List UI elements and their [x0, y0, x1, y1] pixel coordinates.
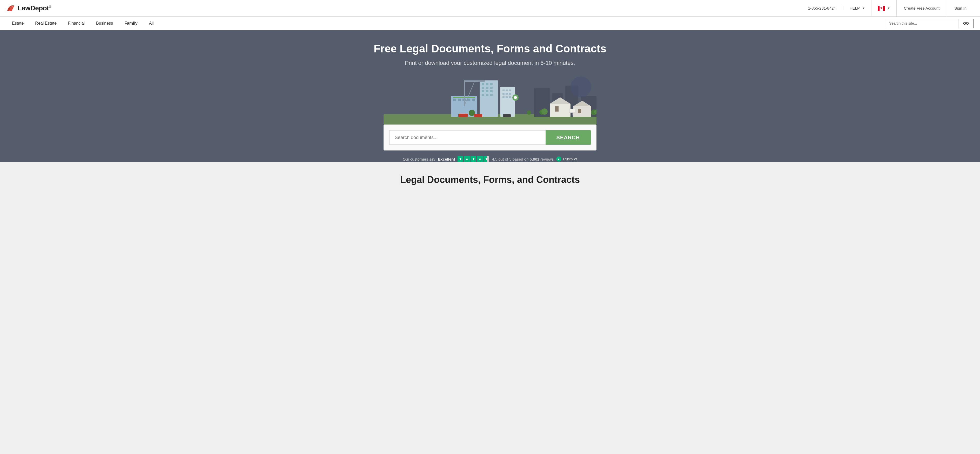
help-button[interactable]: HELP ▼	[843, 0, 872, 17]
hero-search-button[interactable]: SEARCH	[546, 130, 591, 145]
svg-rect-54	[474, 114, 482, 117]
trustpilot-rating: 4.5 out of 5 based on 5,801 reviews	[492, 157, 554, 161]
star-5-half: ★	[484, 156, 489, 162]
hero-search-input[interactable]	[389, 130, 546, 145]
chevron-down-icon: ▼	[862, 7, 865, 10]
svg-rect-11	[486, 83, 488, 85]
svg-rect-34	[458, 98, 461, 101]
svg-rect-20	[486, 94, 488, 96]
svg-rect-33	[453, 98, 456, 101]
logo-text: LawDepot®	[18, 4, 51, 12]
svg-rect-26	[503, 93, 504, 95]
trustpilot-prefix: Our customers say	[403, 157, 436, 161]
svg-rect-30	[506, 96, 508, 98]
star-3: ★	[471, 156, 476, 162]
nav-search-input[interactable]	[886, 19, 958, 28]
svg-rect-16	[482, 90, 484, 92]
svg-rect-14	[486, 87, 488, 89]
nav-item-family[interactable]: Family	[119, 17, 143, 30]
nav-bar: Estate Real Estate Financial Business Fa…	[0, 17, 980, 30]
svg-rect-2	[883, 6, 885, 11]
svg-rect-23	[503, 89, 504, 91]
svg-rect-56	[464, 81, 465, 106]
svg-rect-39	[550, 104, 571, 117]
hero-title: Free Legal Documents, Forms and Contract…	[374, 43, 606, 55]
nav-go-button[interactable]: GO	[958, 19, 974, 28]
logo-area: LawDepot®	[6, 4, 801, 13]
search-section: SEARCH	[383, 124, 597, 151]
svg-point-49	[541, 108, 548, 115]
svg-rect-45	[570, 109, 575, 113]
phone-number: 1-855-231-8424	[801, 6, 843, 10]
country-selector[interactable]: ▼	[872, 0, 897, 17]
svg-rect-13	[482, 87, 484, 89]
hero-subtitle: Print or download your customized legal …	[405, 60, 575, 67]
create-account-button[interactable]: Create Free Account	[897, 0, 947, 17]
svg-rect-42	[573, 106, 591, 117]
svg-rect-10	[482, 83, 484, 85]
star-4: ★	[477, 156, 483, 162]
sign-in-button[interactable]: Sign In	[947, 0, 974, 17]
nav-item-estate[interactable]: Estate	[6, 17, 29, 30]
nav-item-financial[interactable]: Financial	[62, 17, 91, 30]
nav-item-all[interactable]: All	[143, 17, 159, 30]
svg-rect-9	[480, 81, 498, 117]
svg-rect-21	[490, 94, 493, 96]
trustpilot-icon: ★	[556, 156, 562, 162]
trustpilot-stars: ★ ★ ★ ★ ★	[458, 156, 489, 162]
nav-search-area: GO	[886, 19, 974, 28]
trustpilot-logo: ★ Trustpilot	[556, 156, 577, 162]
svg-rect-24	[506, 89, 508, 91]
chevron-down-icon: ▼	[888, 7, 890, 10]
svg-rect-27	[506, 93, 508, 95]
svg-rect-53	[458, 114, 468, 117]
top-right-area: 1-855-231-8424 HELP ▼ ▼ Create Free Acco…	[801, 0, 974, 17]
svg-rect-41	[555, 106, 558, 111]
svg-rect-25	[509, 89, 511, 91]
svg-rect-29	[503, 96, 504, 98]
svg-rect-57	[464, 81, 485, 82]
trustpilot-bar: Our customers say Excellent ★ ★ ★ ★ ★ 4.…	[403, 156, 578, 162]
svg-rect-18	[490, 90, 493, 92]
canada-flag-icon	[878, 6, 885, 11]
svg-rect-17	[486, 90, 488, 92]
star-1: ★	[458, 156, 463, 162]
svg-rect-61	[514, 97, 517, 98]
nav-item-real-estate[interactable]: Real Estate	[29, 17, 62, 30]
svg-rect-1	[878, 6, 880, 11]
lower-section: Legal Documents, Forms, and Contracts	[0, 162, 980, 190]
svg-rect-19	[482, 94, 484, 96]
svg-rect-31	[509, 96, 511, 98]
svg-rect-55	[503, 114, 511, 117]
lower-title: Legal Documents, Forms, and Contracts	[21, 174, 959, 185]
nav-links: Estate Real Estate Financial Business Fa…	[6, 17, 886, 30]
hero-section: Free Legal Documents, Forms and Contract…	[0, 30, 980, 162]
star-2: ★	[464, 156, 470, 162]
logo-icon	[6, 4, 16, 13]
svg-rect-22	[500, 87, 515, 117]
nav-item-business[interactable]: Business	[91, 17, 119, 30]
svg-rect-37	[472, 98, 475, 101]
city-illustration	[383, 73, 597, 124]
svg-rect-28	[509, 93, 511, 95]
svg-rect-36	[467, 98, 470, 101]
svg-rect-44	[578, 109, 581, 113]
svg-point-52	[527, 111, 531, 115]
svg-rect-12	[490, 83, 493, 85]
svg-point-62	[571, 76, 591, 97]
trustpilot-excellent: Excellent	[438, 157, 455, 161]
top-bar: LawDepot® 1-855-231-8424 HELP ▼ ▼ Create…	[0, 0, 980, 17]
svg-rect-15	[490, 87, 493, 89]
